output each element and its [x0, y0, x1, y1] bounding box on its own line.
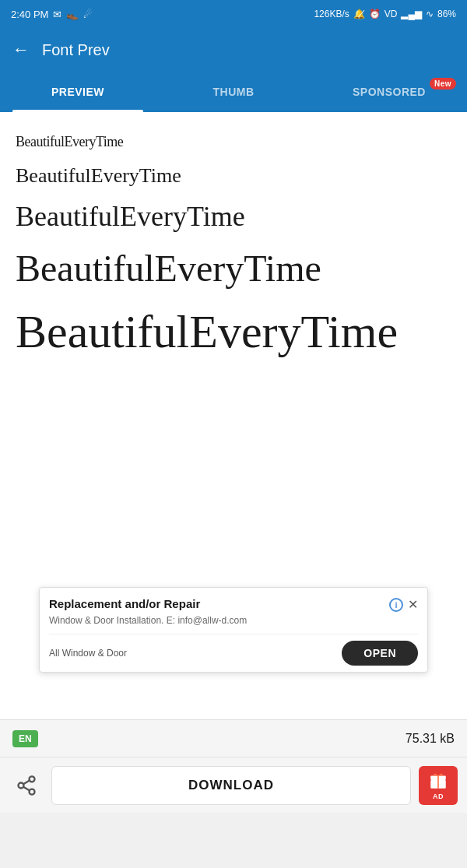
back-button[interactable]: ← [12, 40, 30, 60]
battery-label: 86% [437, 9, 456, 19]
status-bar: 2:40 PM ✉ 👞 ☄ 126KB/s 🔔̸ ⏰ VD ▂▄▆ ∿ 86% [0, 0, 467, 28]
main-content: BeautifulEveryTime BeautifulEveryTime Be… [0, 112, 467, 719]
status-time: 2:40 PM [11, 9, 48, 20]
gift-icon [428, 771, 448, 791]
svg-line-4 [23, 780, 30, 784]
speed-indicator: 126KB/s [314, 9, 349, 19]
ad-footer: All Window & Door OPEN [49, 634, 418, 672]
status-left: 2:40 PM ✉ 👞 ☄ [11, 9, 93, 20]
file-size: 75.31 kB [406, 732, 455, 746]
ad-title: Replacement and/or Repair [49, 597, 389, 610]
tab-preview[interactable]: PREVIEW [0, 72, 156, 112]
signal-icon: ▂▄▆ [401, 9, 422, 19]
download-button[interactable]: DOWNLOAD [51, 766, 411, 805]
ad-subtitle: Window & Door Installation. E: info@allw… [49, 615, 418, 626]
status-right: 126KB/s 🔔̸ ⏰ VD ▂▄▆ ∿ 86% [314, 9, 456, 19]
font-preview-1: BeautifulEveryTime [16, 128, 451, 157]
app-title: Font Prev [42, 41, 110, 59]
snapchat-icon: 👞 [66, 9, 79, 20]
tab-bar: PREVIEW THUMB SPONSORED New [0, 72, 467, 112]
wifi-icon: ∿ [426, 9, 434, 19]
bottom-info-bar: EN 75.31 kB [0, 719, 467, 757]
app-icon: ☄ [83, 9, 93, 20]
ad-info-button[interactable]: i [389, 598, 403, 612]
share-icon [16, 775, 37, 796]
bottom-action-bar: DOWNLOAD AD [0, 757, 467, 813]
ad-company: All Window & Door [49, 648, 127, 659]
whatsapp-icon: ✉ [53, 9, 61, 20]
ad-close-button[interactable]: ✕ [408, 597, 418, 612]
ad-controls: i ✕ [389, 597, 418, 612]
ad-banner: Replacement and/or Repair i ✕ Window & D… [39, 587, 428, 673]
language-badge: EN [12, 730, 38, 747]
app-bar: ← Font Prev [0, 28, 467, 72]
ad-header: Replacement and/or Repair i ✕ [49, 597, 418, 612]
font-preview-3: BeautifulEveryTime [16, 194, 451, 240]
font-preview-2: BeautifulEveryTime [16, 157, 451, 194]
svg-line-3 [23, 786, 30, 790]
gift-button[interactable]: AD [419, 766, 458, 805]
ad-label: AD [433, 792, 444, 800]
share-button[interactable] [9, 768, 44, 803]
ad-open-button[interactable]: OPEN [342, 641, 418, 666]
network-icon: VD [384, 9, 398, 19]
new-badge: New [430, 78, 456, 90]
font-preview-4: BeautifulEveryTime [16, 240, 451, 297]
font-preview-5: BeautifulEveryTime [16, 297, 451, 366]
tab-thumb[interactable]: THUMB [156, 72, 311, 112]
alarm-icon: ⏰ [369, 9, 381, 19]
tab-sponsored[interactable]: SPONSORED New [311, 72, 467, 112]
mute-icon: 🔔̸ [353, 9, 365, 19]
